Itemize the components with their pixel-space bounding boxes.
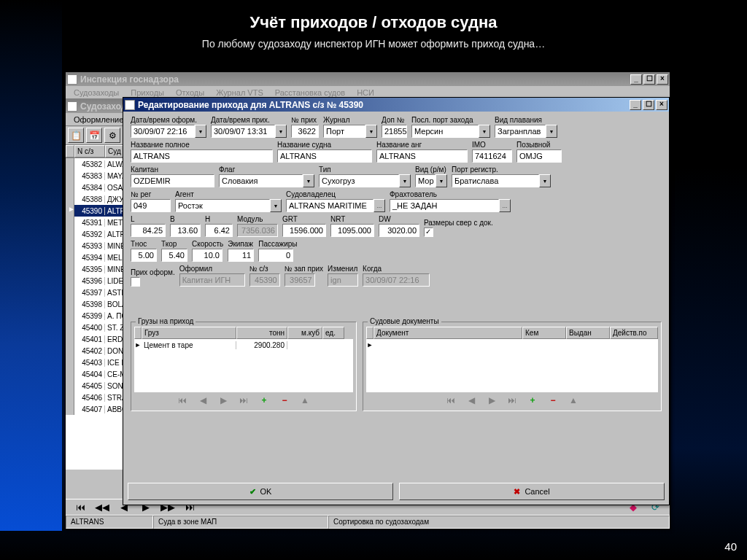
nav-first-icon[interactable]: ⏮ [175, 395, 190, 405]
arr-done-checkbox[interactable] [131, 277, 140, 287]
dialog-titlebar[interactable]: Редактирование прихода для ALTRANS с/з №… [123, 98, 669, 112]
journal-input[interactable]: Порт [323, 125, 365, 138]
reg-no-input[interactable]: 049 [131, 199, 171, 212]
b-input[interactable]: 13.60 [170, 224, 201, 237]
tkor-input[interactable]: 5.40 [161, 249, 187, 262]
flag-input[interactable]: Словакия [219, 174, 303, 187]
speed-input[interactable]: 10.0 [192, 249, 222, 262]
chevron-down-icon[interactable]: ▼ [365, 125, 377, 138]
nav-del-icon[interactable]: − [546, 395, 560, 405]
chevron-down-icon[interactable]: ▼ [195, 125, 206, 138]
nav-prev-icon[interactable]: ◀ [196, 395, 210, 405]
chevron-down-icon[interactable]: ▼ [479, 125, 490, 138]
main-titlebar[interactable]: Инспекция госнадзора _ ☐ × [66, 72, 670, 86]
docs-col-doc[interactable]: Документ [374, 327, 522, 339]
dw-input[interactable]: 3020.00 [379, 224, 419, 237]
nav-add-icon[interactable]: + [525, 395, 540, 405]
label: NRT [330, 215, 374, 223]
chevron-down-icon[interactable]: ▼ [539, 174, 551, 187]
cargo-col-tons[interactable]: тонн [236, 327, 287, 339]
toolbar-button[interactable]: 📅 [86, 128, 102, 143]
imo-input[interactable]: 7411624 [472, 149, 512, 163]
name-ship-input[interactable]: ALTRANS [277, 149, 372, 163]
maximize-button[interactable]: ☐ [643, 74, 655, 85]
toolbar-button[interactable]: 📋 [68, 128, 84, 143]
name-full-input[interactable]: ALTRANS [131, 149, 273, 163]
tnos-input[interactable]: 5.00 [131, 249, 157, 262]
n-arr-input[interactable]: 3622 [291, 125, 319, 138]
last-port-input[interactable]: Мерсин [411, 125, 479, 138]
close-button[interactable]: × [656, 100, 667, 110]
label: Модуль [237, 215, 278, 223]
ellipsis-icon[interactable]: … [374, 199, 385, 212]
oversize-checkbox[interactable] [424, 228, 433, 237]
chevron-down-icon[interactable]: ▼ [303, 174, 314, 187]
cargo-col-m3[interactable]: м.куб [287, 327, 322, 339]
cross-icon: ✖ [514, 487, 520, 497]
cancel-button[interactable]: ✖Cancel [399, 483, 665, 500]
docs-col-valid[interactable]: Действ.по [610, 327, 658, 339]
chevron-down-icon[interactable]: ▼ [270, 199, 282, 212]
nav-edit-icon[interactable]: ▲ [566, 395, 581, 405]
cargo-col-name[interactable]: Груз [142, 327, 236, 339]
port-reg-input[interactable]: Братислава [452, 174, 539, 187]
captain-input[interactable]: OZDEMIR [131, 174, 214, 187]
nav-next-icon[interactable]: ▶ [484, 395, 499, 405]
cargo-col-unit[interactable]: ед. [322, 327, 344, 339]
crew-input[interactable]: 11 [228, 249, 254, 262]
nav-edit-icon[interactable]: ▲ [298, 395, 312, 405]
l-input[interactable]: 84.25 [131, 224, 166, 237]
check-icon: ✔ [249, 487, 256, 497]
nav-first-icon[interactable]: ⏮ [444, 395, 458, 405]
close-button[interactable]: × [657, 74, 668, 85]
ellipsis-icon[interactable]: … [499, 199, 511, 212]
minimize-button[interactable]: _ [630, 100, 641, 110]
grid-col-id[interactable]: N с/з [74, 145, 105, 158]
docs-col-issued[interactable]: Выдан [566, 327, 610, 339]
chevron-down-icon[interactable]: ▼ [436, 174, 447, 187]
nav-prevpage-icon[interactable]: ◀◀ [93, 502, 111, 513]
who-input: Капитан ИГН [179, 273, 245, 287]
name-en-input[interactable]: ALTRANS [376, 149, 468, 163]
docs-col-by[interactable]: Кем [522, 327, 566, 339]
nav-last-icon[interactable]: ⏭ [236, 395, 251, 405]
charterer-input[interactable]: _НЕ ЗАДАН [390, 199, 499, 212]
add-no-input[interactable]: 21855 [382, 125, 407, 138]
nav-prev-icon[interactable]: ◀ [464, 395, 479, 405]
dt-arr-input[interactable]: 30/09/07 13:31 [211, 125, 275, 138]
h-input[interactable]: 6.42 [205, 224, 233, 237]
nav-last-icon[interactable]: ⏭ [505, 395, 519, 405]
nav-next-icon[interactable]: ▶ [216, 395, 231, 405]
minimize-button[interactable]: _ [630, 74, 642, 85]
type-input[interactable]: Сухогруз [319, 174, 399, 187]
docs-grid[interactable] [366, 339, 658, 392]
grt-input[interactable]: 1596.000 [282, 224, 326, 237]
kind-input[interactable]: Мор [415, 174, 436, 187]
maximize-button[interactable]: ☐ [643, 100, 654, 110]
menu-item[interactable]: Судозаходы [69, 87, 124, 98]
chevron-down-icon[interactable]: ▼ [275, 125, 287, 138]
nrt-input[interactable]: 1095.000 [330, 224, 374, 237]
callsign-input[interactable]: OMJG [516, 149, 562, 163]
chevron-down-icon[interactable]: ▼ [546, 125, 557, 138]
agent-input[interactable]: Ростэк [175, 199, 270, 212]
label: Фрахтователь [390, 190, 511, 198]
sail-type-input[interactable]: Загранплав [495, 125, 546, 138]
toolbar-button[interactable]: ⚙ [104, 128, 120, 143]
chevron-down-icon[interactable]: ▼ [399, 174, 411, 187]
pax-input[interactable]: 0 [258, 249, 293, 262]
label: Название полное [131, 141, 273, 149]
owner-input[interactable]: ALTRANS MARITIME [286, 199, 374, 212]
label: Оформил [179, 265, 245, 273]
label: Судовладелец [286, 190, 385, 198]
menu-item[interactable]: Оформление [69, 114, 128, 125]
nav-first-icon[interactable]: ⏮ [71, 502, 89, 513]
nav-add-icon[interactable]: + [257, 395, 271, 405]
dt-reg-input[interactable]: 30/09/07 22:16 [131, 125, 195, 138]
label: № прих [291, 116, 319, 124]
label: Позывной [516, 141, 562, 149]
ok-button[interactable]: ✔OK [128, 483, 393, 500]
label: Прих оформ. [131, 268, 175, 276]
nav-del-icon[interactable]: − [277, 395, 292, 405]
cargo-grid[interactable]: Цемент в таре 2900.280 [134, 339, 353, 392]
